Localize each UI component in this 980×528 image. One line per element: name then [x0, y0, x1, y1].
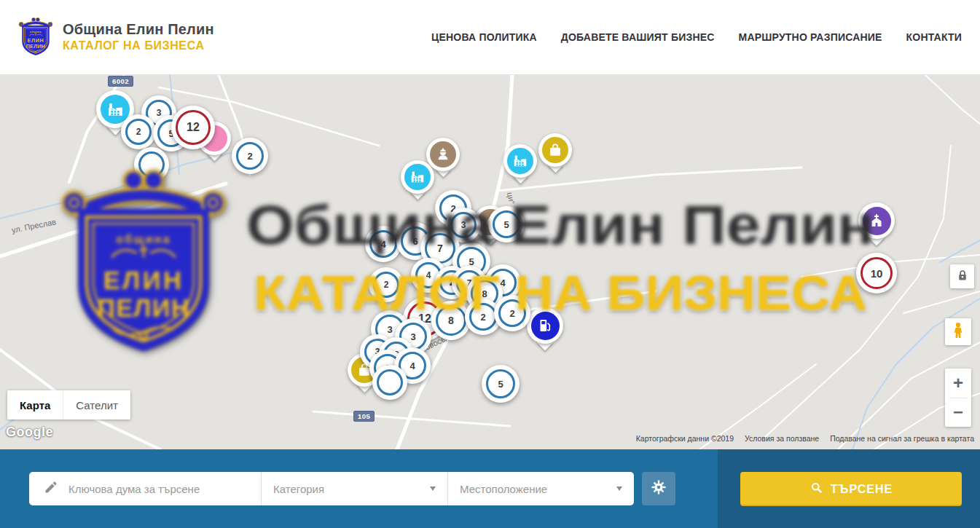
map-pin-factory[interactable] — [401, 160, 434, 205]
advanced-settings-button[interactable] — [642, 472, 675, 505]
map-cluster[interactable]: 2 — [494, 295, 530, 331]
map-cluster[interactable]: 5 — [488, 206, 525, 243]
search-bar: Категория Местоположение ТЪРСЕНЕ — [0, 449, 980, 528]
attribution-link[interactable]: Условия за ползване — [745, 434, 819, 443]
brand-logo[interactable]: община ЕЛИН ПЕЛИН Община Елин Пелин КАТА… — [18, 15, 214, 60]
factory-icon — [404, 164, 431, 190]
nav-item-1[interactable]: ЦЕНОВА ПОЛИТИКА — [431, 31, 537, 43]
map-cluster[interactable]: 2 — [121, 114, 156, 149]
chevron-down-icon — [430, 486, 436, 491]
lock-button[interactable] — [950, 264, 974, 288]
cluster-count: 12 — [176, 110, 211, 145]
street-view-pegman-button[interactable] — [945, 318, 971, 345]
church-icon — [863, 207, 891, 235]
zoom-control: + − — [945, 369, 971, 427]
attribution-text: Картографски данни ©2019 — [636, 434, 734, 443]
cluster-count: 2 — [498, 299, 526, 327]
cluster-count: 5 — [493, 210, 520, 238]
map-pin-church[interactable] — [858, 202, 895, 251]
page: община ЕЛИН ПЕЛИН Община Елин Пелин КАТА… — [0, 0, 980, 528]
category-select-value: Категория — [273, 483, 324, 495]
attribution-link[interactable]: Подаване на сигнал за грешка в картата — [830, 434, 974, 443]
search-button[interactable]: ТЪРСЕНЕ — [740, 472, 962, 506]
cluster-count: 4 — [369, 230, 397, 258]
main-nav: ЦЕНОВА ПОЛИТИКАДОБАВЕТЕ ВАШИЯТ БИЗНЕСМАР… — [431, 31, 962, 43]
fuel-icon — [531, 312, 560, 340]
location-select-value: Местоположение — [460, 483, 547, 495]
cluster-count: 2 — [236, 142, 264, 170]
google-logo[interactable]: Google — [6, 425, 53, 440]
header: община ЕЛИН ПЕЛИН Община Елин Пелин КАТА… — [0, 0, 980, 75]
map-cluster[interactable]: 10 — [856, 253, 897, 293]
map-cluster[interactable]: 12 — [171, 106, 215, 149]
zoom-out-button[interactable]: − — [945, 398, 971, 427]
svg-text:община: община — [30, 30, 42, 33]
cluster-count — [377, 369, 403, 395]
chevron-down-icon — [616, 486, 622, 491]
municipality-crest-icon: община ЕЛИН ПЕЛИН — [18, 15, 53, 60]
cluster-count — [138, 151, 165, 178]
map-pin-bag[interactable] — [538, 133, 572, 178]
factory-icon — [507, 148, 533, 174]
map-type-control: Карта Сателит — [7, 390, 130, 419]
cluster-count: 2 — [469, 303, 497, 331]
nav-item-3[interactable]: МАРШРУТНО РАЗПИСАНИЕ — [739, 31, 882, 43]
road-number-badge: 6002 — [108, 76, 133, 87]
category-select[interactable]: Категория — [261, 472, 447, 505]
map-attribution: Картографски данни ©2019Условия за ползв… — [636, 434, 974, 443]
pencil-icon — [44, 480, 58, 497]
bag-icon — [542, 137, 568, 163]
location-select[interactable]: Местоположение — [447, 472, 634, 505]
cluster-count: 2 — [125, 119, 152, 145]
map-cluster[interactable]: 2 — [232, 138, 268, 174]
map-pin-fuel[interactable] — [527, 307, 563, 355]
map-pin-factory[interactable] — [503, 144, 537, 189]
padlock-icon — [954, 267, 971, 286]
road-number-badge: 105 — [353, 411, 375, 422]
keyword-search-input[interactable] — [67, 482, 252, 496]
map-cluster[interactable] — [372, 365, 407, 400]
cluster-count: 5 — [486, 369, 515, 398]
map-cluster[interactable] — [134, 147, 169, 182]
brand-title: Община Елин Пелин — [63, 21, 214, 38]
nav-item-4[interactable]: КОНТАКТИ — [906, 31, 962, 43]
search-button-label: ТЪРСЕНЕ — [831, 483, 893, 496]
cluster-count: 8 — [436, 305, 466, 336]
map-cluster[interactable]: 5 — [482, 365, 520, 403]
cluster-count: 2 — [373, 272, 399, 298]
map-type-map-button[interactable]: Карта — [7, 390, 63, 419]
map-type-satellite-button[interactable]: Сателит — [63, 390, 130, 419]
street-name-label: ци“ — [506, 192, 517, 205]
zoom-in-button[interactable]: + — [945, 369, 971, 398]
search-icon — [810, 481, 823, 497]
keyword-field-wrap — [29, 472, 261, 505]
gear-icon — [650, 478, 667, 499]
svg-text:ЕЛИН: ЕЛИН — [27, 37, 44, 44]
nav-item-2[interactable]: ДОБАВЕТЕ ВАШИЯТ БИЗНЕС — [561, 31, 715, 43]
cluster-count: 10 — [861, 257, 893, 289]
svg-text:ПЕЛИН: ПЕЛИН — [26, 43, 46, 50]
brand-subtitle: КАТАЛОГ НА БИЗНЕСА — [63, 39, 214, 52]
map-canvas[interactable]: 6002105ул. Преславбул. „Новоселци“ 32512… — [0, 75, 980, 449]
map-cluster[interactable]: 2 — [369, 267, 404, 302]
search-fields-group: Категория Местоположение — [29, 472, 634, 505]
pegman-icon — [949, 320, 968, 344]
